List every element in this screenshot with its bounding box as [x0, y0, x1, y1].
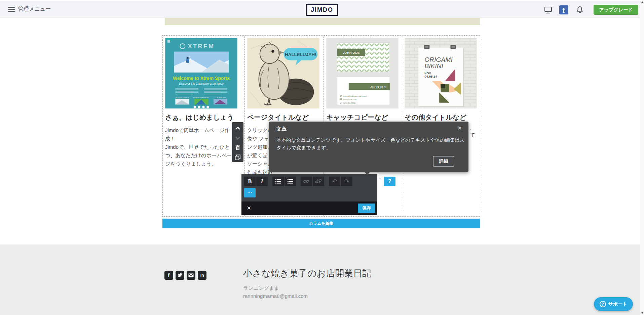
facebook-icon[interactable]: f [164, 271, 173, 280]
site-footer: f in 小さな焼き菓子のお店開業日記 ランニングまま rannningmama… [0, 244, 644, 315]
svg-text:BIKINI: BIKINI [425, 62, 444, 70]
help-circle-icon: ? [600, 301, 606, 307]
discard-close-icon[interactable]: × [247, 204, 251, 212]
element-control-rail [232, 122, 243, 162]
tooltip-title: 文章 [276, 126, 287, 132]
hamburger-menu-icon[interactable] [8, 7, 15, 12]
site-author: ランニングまま [243, 285, 279, 291]
svg-text:HALLELUJAH!: HALLELUJAH! [285, 52, 316, 57]
svg-text:Discover the Capetown experien: Discover the Capetown experience [179, 82, 224, 85]
tooltip-body: 基本的な文章コンテンツです。フォントやサイズ・色などのテキスト全体の編集はスタイ… [276, 136, 465, 152]
more-options-button[interactable]: ... [244, 188, 256, 197]
bold-button[interactable]: B [244, 177, 256, 186]
template-image-xtrem-sports[interactable]: XTREM Welcome to Xtrem Sports Discover t… [165, 38, 237, 108]
duplicate-copy-icon[interactable] [234, 154, 241, 161]
bullet-list-button[interactable] [285, 177, 296, 186]
admin-menu-label[interactable]: 管理メニュー [18, 6, 51, 13]
save-button[interactable]: 保存 [358, 204, 375, 213]
column-4-text-fragment-1: 、 [470, 125, 475, 131]
column-4-text-fragment-2: て [470, 132, 475, 138]
column-3-title[interactable]: キャッチコピーなど [326, 113, 402, 122]
column-2-title[interactable]: ページタイトルなど [247, 113, 324, 122]
help-button[interactable]: ? [384, 177, 395, 186]
move-up-icon[interactable] [234, 125, 241, 132]
svg-text:04.05.14: 04.05.14 [425, 75, 438, 78]
preview-monitor-icon[interactable] [544, 6, 553, 15]
undo-button[interactable]: ↶ [329, 177, 340, 186]
svg-text:www.johndoecompany.com: www.johndoecompany.com [343, 95, 367, 97]
svg-text:XTREM: XTREM [188, 43, 215, 50]
tooltip-close-icon[interactable]: × [458, 124, 462, 131]
svg-text:ADVENTURES: ADVENTURES [176, 96, 189, 98]
site-email: rannningmama8@gmail.com [243, 293, 308, 299]
page-scrollbar[interactable] [640, 0, 644, 315]
edit-columns-button[interactable]: カラムを編集 [162, 219, 480, 228]
template-image-hallelujah-chick[interactable]: HALLELUJAH! [247, 38, 319, 108]
move-down-icon[interactable] [234, 135, 241, 141]
template-image-business-cards[interactable]: JOHN DOE JOHN DOE www.johndoecompany.com… [326, 38, 399, 108]
text-editor-toolbar: B I ↶ ↷ ? ... [241, 174, 377, 201]
ordered-list-button[interactable] [272, 177, 284, 186]
redo-button[interactable]: ↷ [341, 177, 352, 186]
svg-text:JOHN DOE: JOHN DOE [370, 85, 387, 89]
scrolled-section-strip [165, 18, 480, 25]
content-help-tooltip: 文章 × 基本的な文章コンテンツです。フォントやサイズ・色などのテキスト全体の編… [269, 122, 468, 172]
tooltip-detail-button[interactable]: 詳細 [433, 156, 454, 167]
scroll-up-arrow-icon[interactable] [641, 1, 644, 3]
jimdo-editor-screen: 管理メニュー JIMDO f アップグレード XTREM [0, 0, 644, 315]
notifications-bell-icon[interactable] [576, 6, 584, 14]
mail-icon[interactable] [187, 271, 195, 280]
delete-trash-icon[interactable] [234, 144, 241, 151]
linkedin-icon[interactable]: in [198, 271, 206, 280]
svg-text:123-456-7890: 123-456-7890 [343, 102, 356, 104]
editor-action-bar: × 保存 [241, 201, 377, 215]
svg-text:ORIGAMI: ORIGAMI [425, 56, 453, 63]
template-image-origami-poster[interactable]: ORIGAMI BIKINI Live 04.05.14 [405, 38, 477, 108]
svg-text:Welcome to Xtrem Sports: Welcome to Xtrem Sports [173, 76, 230, 81]
twitter-icon[interactable] [176, 271, 184, 280]
column-1-title[interactable]: さぁ、はじめましょう [165, 113, 244, 122]
svg-text:LOCATIONS: LOCATIONS [215, 96, 226, 98]
svg-text:john@doe.com: john@doe.com [343, 98, 357, 100]
social-icons-row: f in [164, 271, 206, 280]
unlink-button[interactable] [313, 177, 324, 186]
scroll-down-arrow-icon[interactable] [641, 312, 644, 314]
svg-text:Live: Live [425, 71, 431, 75]
svg-text:JOHN DOE: JOHN DOE [343, 51, 360, 54]
svg-text:IMAGE GALLERY: IMAGE GALLERY [193, 96, 210, 98]
support-button[interactable]: ? サポート [594, 297, 633, 311]
column-4-title[interactable]: その他タイトルなど [405, 113, 480, 122]
link-button[interactable] [301, 177, 312, 186]
top-admin-bar: 管理メニュー JIMDO f アップグレード [0, 1, 644, 17]
italic-button[interactable]: I [256, 177, 268, 186]
site-title: 小さな焼き菓子のお店開業日記 [243, 267, 371, 279]
jimdo-logo: JIMDO [306, 4, 338, 16]
facebook-icon[interactable]: f [559, 5, 568, 14]
upgrade-button[interactable]: アップグレード [594, 5, 638, 15]
